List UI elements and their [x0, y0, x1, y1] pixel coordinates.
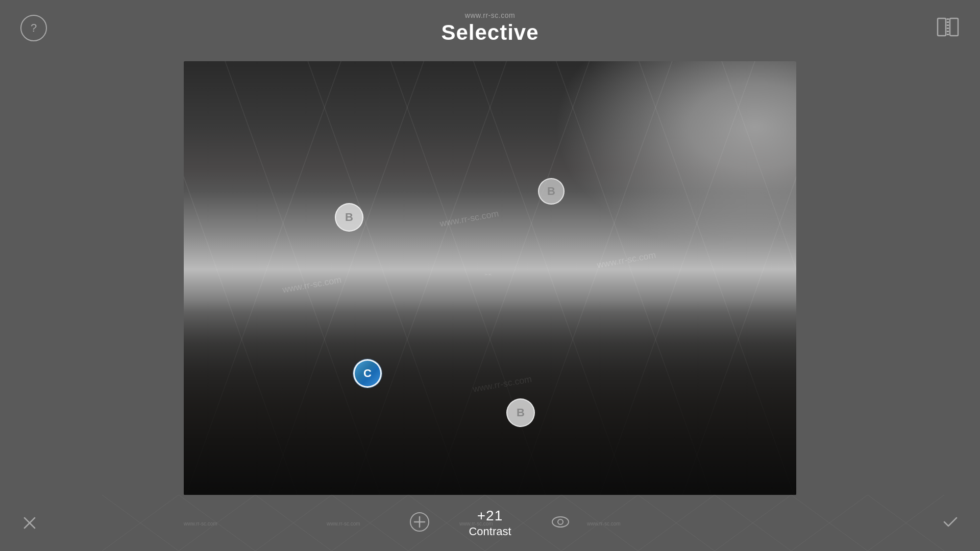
svg-line-33: [868, 495, 944, 551]
svg-line-44: [868, 495, 944, 551]
svg-text:www.rr-sc.com: www.rr-sc.com: [183, 521, 217, 527]
svg-line-37: [332, 495, 408, 551]
svg-text:www.rr-sc.com: www.rr-sc.com: [438, 208, 500, 229]
svg-line-30: [638, 495, 715, 551]
svg-line-10: [639, 61, 796, 495]
help-button[interactable]: ?: [20, 15, 47, 41]
split-view-button[interactable]: [936, 15, 960, 41]
svg-line-9: [556, 61, 722, 495]
svg-line-23: [102, 495, 179, 551]
help-icon: ?: [31, 21, 37, 35]
svg-line-5: [225, 61, 390, 495]
svg-line-35: [179, 495, 255, 551]
svg-line-25: [255, 495, 332, 551]
svg-text:www.rr-sc.com: www.rr-sc.com: [281, 274, 342, 295]
svg-point-54: [552, 517, 569, 527]
svg-line-11: [722, 61, 796, 495]
svg-line-18: [184, 61, 341, 495]
toolbar: www.rr-sc.com www.rr-sc.com www.rr-sc.co…: [0, 495, 980, 551]
svg-line-14: [506, 61, 672, 495]
svg-line-31: [715, 495, 791, 551]
control-point-b3[interactable]: B: [506, 398, 535, 427]
control-point-b2-label: B: [547, 185, 555, 198]
svg-line-40: [561, 495, 638, 551]
svg-line-42: [715, 495, 791, 551]
image-canvas[interactable]: www.rr-sc.com www.rr-sc.com www.rr-sc.co…: [184, 61, 796, 495]
control-point-b2[interactable]: B: [538, 178, 565, 205]
svg-line-24: [179, 495, 255, 551]
svg-line-8: [474, 61, 639, 495]
svg-rect-0: [938, 18, 946, 36]
svg-rect-1: [950, 18, 958, 36]
confirm-button[interactable]: [941, 513, 960, 533]
header: ? www.rr-sc.com Selective: [0, 0, 980, 56]
svg-line-4: [184, 61, 308, 495]
svg-text:www.rr-sc.com: www.rr-sc.com: [326, 521, 360, 527]
page-title: Selective: [441, 20, 538, 45]
svg-line-34: [102, 495, 179, 551]
svg-line-41: [638, 495, 715, 551]
svg-line-7: [390, 61, 556, 495]
svg-text:www.rr-sc.com: www.rr-sc.com: [596, 249, 657, 270]
add-button[interactable]: [408, 511, 431, 535]
cancel-button[interactable]: [20, 514, 39, 532]
svg-line-15: [424, 61, 589, 495]
adjustment-display: +21 Contrast: [469, 508, 511, 538]
adjustment-value: +21: [477, 508, 503, 524]
control-point-c[interactable]: C: [353, 359, 382, 388]
title-block: www.rr-sc.com Selective: [441, 11, 538, 45]
header-url: www.rr-sc.com: [441, 11, 538, 19]
control-point-b1[interactable]: B: [335, 203, 363, 232]
svg-line-32: [791, 495, 868, 551]
svg-line-43: [791, 495, 868, 551]
preview-button[interactable]: [549, 511, 572, 535]
svg-line-16: [341, 61, 506, 495]
svg-line-13: [590, 61, 755, 495]
svg-line-26: [332, 495, 408, 551]
svg-line-36: [255, 495, 332, 551]
control-point-b1-label: B: [345, 211, 353, 224]
control-point-c-label: C: [363, 367, 372, 380]
svg-text:www.rr-sc.com: www.rr-sc.com: [472, 374, 533, 394]
photo-background: www.rr-sc.com www.rr-sc.com www.rr-sc.co…: [184, 61, 796, 495]
adjustment-label: Contrast: [469, 525, 511, 538]
svg-line-6: [308, 61, 473, 495]
svg-line-12: [672, 61, 796, 495]
svg-line-29: [561, 495, 638, 551]
control-point-b3-label: B: [517, 406, 525, 419]
svg-point-55: [558, 519, 563, 524]
svg-text:www.rr-sc.com: www.rr-sc.com: [586, 521, 621, 527]
svg-line-17: [258, 61, 424, 495]
